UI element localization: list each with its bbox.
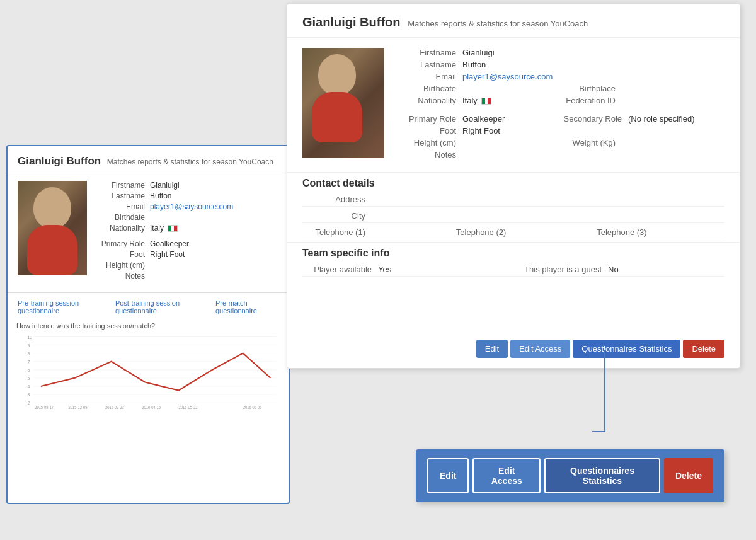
main-notes-label: Notes (393, 150, 462, 159)
svg-text:5: 5 (27, 376, 30, 382)
zoom-questionnaires-button[interactable]: Questionnaires Statistics (544, 458, 660, 493)
zoom-delete-button[interactable]: Delete (664, 458, 713, 493)
back-email-row: Email player1@saysource.com (93, 202, 278, 211)
back-card-body: Firstname Gianluigi Lastname Buffon Emai… (8, 173, 289, 290)
main-secondary-role-label: Secondary Role (559, 114, 628, 124)
back-player-name: Gianluigi Buffon (18, 155, 101, 167)
main-primary-role-value: Goalkeeper (462, 114, 505, 124)
main-lastname-value: Buffon (462, 60, 486, 69)
main-federation-label: Federation ID (559, 96, 622, 105)
svg-text:10: 10 (27, 334, 32, 340)
main-player-name: Gianluigi Buffon (302, 15, 401, 29)
svg-text:2015-12-09: 2015-12-09 (69, 405, 88, 409)
guest-label: This player is a guest (513, 265, 608, 274)
back-nationality-value: Italy (150, 224, 178, 233)
back-player-photo (18, 181, 87, 275)
tel3-label: Telephone (3) (584, 227, 653, 237)
back-birthdate-row: Birthdate (93, 213, 278, 222)
back-lastname-value: Buffon (150, 192, 171, 200)
availability-left: Player available Yes (302, 265, 513, 274)
federation-right: Federation ID (559, 96, 724, 105)
main-card: Gianluigi Buffon Matches reports & stati… (287, 3, 740, 369)
svg-text:2015-09-17: 2015-09-17 (35, 405, 54, 409)
back-email-value: player1@saysource.com (150, 202, 233, 211)
back-foot-label: Foot (93, 250, 150, 259)
zoom-edit-button[interactable]: Edit (427, 458, 469, 493)
telephone-row: Telephone (1) Telephone (2) Telephone (3… (302, 226, 724, 239)
back-firstname-row: Firstname Gianluigi (93, 181, 278, 190)
birthdate-left: Birthdate (393, 84, 559, 93)
main-season-info: Matches reports & statistics for season … (408, 19, 588, 28)
background-card: Gianluigi Buffon Matches reports & stati… (6, 145, 290, 504)
main-player-photo-img (302, 48, 384, 158)
main-action-buttons: Edit Edit Access Questionnaires Statisti… (476, 340, 724, 358)
zoom-edit-access-button[interactable]: Edit Access (472, 458, 541, 493)
main-birthdate-label: Birthdate (393, 84, 462, 93)
team-table: Player available Yes This player is a gu… (287, 263, 740, 277)
back-firstname-value: Gianluigi (150, 181, 180, 190)
main-email-value: player1@saysource.com (462, 72, 553, 81)
tab-post-training[interactable]: Post-training session questionnaire (112, 297, 209, 317)
main-italy-flag (481, 98, 491, 105)
main-card-body: Firstname Gianluigi Lastname Buffon Emai… (287, 38, 740, 172)
city-row: City (302, 209, 724, 223)
back-foot-value: Right Foot (150, 250, 185, 259)
tel2-cell: Telephone (2) (443, 227, 583, 237)
contact-table: Address City Telephone (1) Telephone (2)… (287, 193, 740, 239)
back-primary-role-row: Primary Role Goalkeeper (93, 239, 278, 248)
tab-pre-match[interactable]: Pre-match questionnaire (212, 297, 282, 317)
svg-text:2016-05-22: 2016-05-22 (179, 405, 198, 409)
city-label: City (302, 211, 372, 221)
address-row: Address (302, 193, 724, 207)
back-lastname-row: Lastname Buffon (93, 192, 278, 200)
main-delete-button[interactable]: Delete (683, 340, 724, 358)
main-edit-access-button[interactable]: Edit Access (510, 340, 570, 358)
back-nationality-row: Nationality Italy (93, 224, 278, 233)
svg-text:2: 2 (27, 400, 30, 406)
svg-text:8: 8 (27, 351, 30, 357)
nationality-left: Nationality Italy (393, 96, 559, 105)
back-card-header: Gianluigi Buffon Matches reports & stati… (8, 146, 289, 173)
main-questionnaires-button[interactable]: Questionnaires Statistics (573, 340, 680, 358)
svg-text:2016-06-06: 2016-06-06 (243, 405, 262, 409)
main-email-row: Email player1@saysource.com (393, 72, 724, 81)
back-info-table: Firstname Gianluigi Lastname Buffon Emai… (93, 181, 278, 282)
height-left: Height (cm) (393, 138, 559, 147)
tel1-label: Telephone (1) (302, 227, 372, 237)
back-lastname-label: Lastname (93, 192, 150, 200)
tel1-cell: Telephone (1) (302, 227, 443, 237)
main-foot-value: Right Foot (462, 126, 500, 135)
back-tabs-row: Pre-training session questionnaire Post-… (8, 292, 289, 317)
available-label: Player available (302, 265, 378, 274)
back-notes-label: Notes (93, 272, 150, 280)
chart-svg: 10 9 8 7 6 5 4 3 2 2015-09-17 2015-12-09… (16, 333, 280, 409)
main-role-row: Primary Role Goalkeeper Secondary Role (… (393, 114, 724, 124)
back-primary-role-label: Primary Role (93, 239, 150, 248)
svg-text:2016-02-23: 2016-02-23 (105, 405, 124, 409)
main-player-photo (302, 48, 384, 158)
tab-pre-training[interactable]: Pre-training session questionnaire (14, 297, 109, 317)
italy-flag-icon (168, 225, 178, 232)
contact-section-title: Contact details (287, 172, 740, 193)
main-foot-row: Foot Right Foot (393, 126, 724, 135)
tel3-cell: Telephone (3) (584, 227, 724, 237)
main-edit-button[interactable]: Edit (476, 340, 508, 358)
main-birthdate-row: Birthdate Birthplace (393, 84, 724, 93)
back-notes-row: Notes (93, 272, 278, 280)
tel2-label: Telephone (2) (443, 227, 512, 237)
guest-value: No (608, 265, 619, 274)
chart-title: How intence was the training session/mat… (16, 322, 280, 330)
back-primary-role-value: Goalkeeper (150, 239, 189, 248)
main-nationality-value: Italy (462, 96, 491, 105)
svg-text:2016-04-15: 2016-04-15 (142, 405, 161, 409)
main-email-label: Email (393, 72, 462, 81)
main-birthplace-label: Birthplace (559, 84, 622, 93)
back-chart-area: How intence was the training session/mat… (8, 317, 289, 416)
back-email-label: Email (93, 202, 150, 211)
team-section-title: Team specific info (287, 242, 740, 263)
svg-text:3: 3 (27, 392, 30, 398)
svg-text:9: 9 (27, 342, 30, 348)
back-height-row: Height (cm) (93, 261, 278, 270)
back-foot-row: Foot Right Foot (93, 250, 278, 259)
back-firstname-label: Firstname (93, 181, 150, 190)
